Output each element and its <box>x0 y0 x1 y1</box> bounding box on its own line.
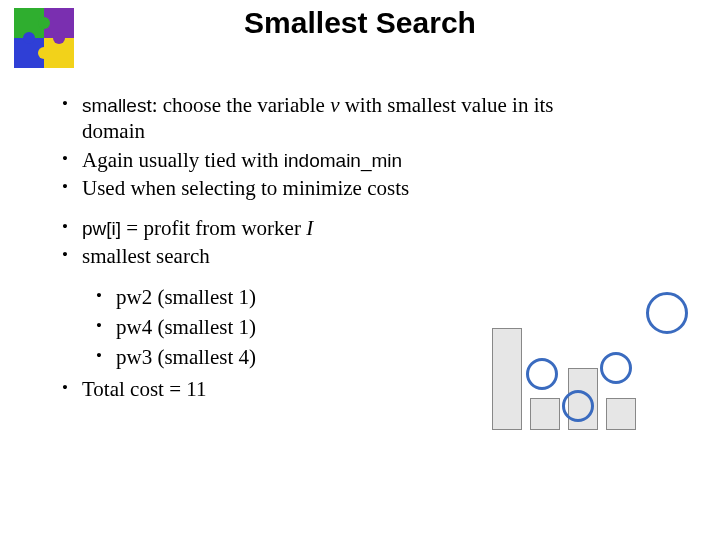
code-smallest: smallest <box>82 95 152 116</box>
bullet-smallest-search: smallest search <box>60 243 620 269</box>
bar-pw1 <box>492 328 522 430</box>
code-indomain-min: indomain_min <box>284 150 402 171</box>
bullet-group-2: pw[i] = profit from worker I smallest se… <box>60 215 620 270</box>
slide: Smallest Search smallest: choose the var… <box>0 0 720 540</box>
bullet-group-1: smallest: choose the variable v with sma… <box>60 92 620 201</box>
text: Again usually tied with <box>82 148 284 172</box>
var-i: I <box>306 216 313 240</box>
bullet-pw-def: pw[i] = profit from worker I <box>60 215 620 241</box>
bar-diagram <box>492 270 692 430</box>
circle-marker-icon <box>526 358 558 390</box>
svg-point-6 <box>38 47 50 59</box>
code-pw-i: pw[i] <box>82 218 121 239</box>
circle-marker-icon <box>600 352 632 384</box>
bullet-indomain: Again usually tied with indomain_min <box>60 147 620 173</box>
circle-marker-icon <box>646 292 688 334</box>
bar-pw2 <box>530 398 560 430</box>
text: = profit from worker <box>121 216 306 240</box>
text: : choose the variable <box>152 93 330 117</box>
bullet-smallest-def: smallest: choose the variable v with sma… <box>60 92 620 145</box>
bar-pw4 <box>606 398 636 430</box>
bullet-minimize-costs: Used when selecting to minimize costs <box>60 175 620 201</box>
circle-marker-icon <box>562 390 594 422</box>
slide-title: Smallest Search <box>0 6 720 40</box>
